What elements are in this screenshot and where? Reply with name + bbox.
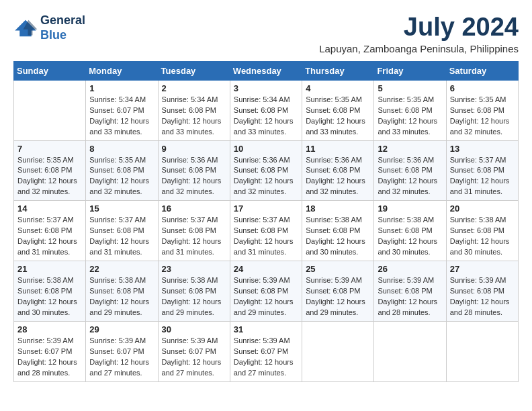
day-number: 15 <box>89 203 154 214</box>
day-number: 29 <box>89 324 154 334</box>
day-info: Sunrise: 5:36 AMSunset: 6:08 PMDaylight:… <box>306 155 370 198</box>
day-number: 7 <box>17 144 82 154</box>
calendar-week-5: 28Sunrise: 5:39 AMSunset: 6:07 PMDayligh… <box>14 321 519 381</box>
day-info: Sunrise: 5:38 AMSunset: 6:08 PMDaylight:… <box>17 275 82 318</box>
calendar-cell <box>374 321 446 381</box>
day-number: 1 <box>89 83 154 93</box>
calendar-cell: 10Sunrise: 5:36 AMSunset: 6:08 PMDayligh… <box>230 140 302 201</box>
header-day-wednesday: Wednesday <box>230 61 302 80</box>
calendar-cell: 20Sunrise: 5:38 AMSunset: 6:08 PMDayligh… <box>446 201 518 261</box>
calendar-cell: 17Sunrise: 5:37 AMSunset: 6:08 PMDayligh… <box>230 201 302 261</box>
calendar-cell: 22Sunrise: 5:38 AMSunset: 6:08 PMDayligh… <box>86 261 158 322</box>
day-info: Sunrise: 5:34 AMSunset: 6:07 PMDaylight:… <box>89 95 154 138</box>
calendar-cell: 25Sunrise: 5:39 AMSunset: 6:08 PMDayligh… <box>302 261 374 322</box>
day-info: Sunrise: 5:35 AMSunset: 6:08 PMDaylight:… <box>89 155 154 198</box>
calendar-cell: 16Sunrise: 5:37 AMSunset: 6:08 PMDayligh… <box>158 201 230 261</box>
day-info: Sunrise: 5:38 AMSunset: 6:08 PMDaylight:… <box>378 215 442 258</box>
calendar-cell: 15Sunrise: 5:37 AMSunset: 6:08 PMDayligh… <box>86 201 158 261</box>
calendar-cell: 19Sunrise: 5:38 AMSunset: 6:08 PMDayligh… <box>374 201 446 261</box>
day-number: 24 <box>234 264 298 274</box>
calendar-cell: 12Sunrise: 5:36 AMSunset: 6:08 PMDayligh… <box>374 140 446 201</box>
calendar-cell <box>14 80 86 140</box>
day-number: 2 <box>162 83 226 93</box>
day-number: 13 <box>450 144 515 154</box>
calendar-cell: 29Sunrise: 5:39 AMSunset: 6:07 PMDayligh… <box>86 321 158 381</box>
day-number: 10 <box>234 144 298 154</box>
calendar-cell: 6Sunrise: 5:35 AMSunset: 6:08 PMDaylight… <box>446 80 518 140</box>
calendar-cell: 21Sunrise: 5:38 AMSunset: 6:08 PMDayligh… <box>14 261 86 322</box>
day-info: Sunrise: 5:39 AMSunset: 6:07 PMDaylight:… <box>17 336 82 379</box>
day-info: Sunrise: 5:35 AMSunset: 6:08 PMDaylight:… <box>17 155 82 198</box>
calendar-cell: 13Sunrise: 5:37 AMSunset: 6:08 PMDayligh… <box>446 140 518 201</box>
calendar-cell: 24Sunrise: 5:39 AMSunset: 6:08 PMDayligh… <box>230 261 302 322</box>
day-info: Sunrise: 5:38 AMSunset: 6:08 PMDaylight:… <box>306 215 370 258</box>
day-number: 31 <box>234 324 298 334</box>
calendar-table: SundayMondayTuesdayWednesdayThursdayFrid… <box>13 61 519 382</box>
day-info: Sunrise: 5:38 AMSunset: 6:08 PMDaylight:… <box>162 275 226 318</box>
day-number: 17 <box>234 203 298 214</box>
calendar-cell <box>446 321 518 381</box>
calendar-cell: 31Sunrise: 5:39 AMSunset: 6:07 PMDayligh… <box>230 321 302 381</box>
calendar-cell: 7Sunrise: 5:35 AMSunset: 6:08 PMDaylight… <box>14 140 86 201</box>
calendar-cell: 9Sunrise: 5:36 AMSunset: 6:08 PMDaylight… <box>158 140 230 201</box>
logo-text: General Blue <box>40 13 85 42</box>
calendar-cell <box>302 321 374 381</box>
day-info: Sunrise: 5:36 AMSunset: 6:08 PMDaylight:… <box>378 155 442 198</box>
calendar-cell: 2Sunrise: 5:34 AMSunset: 6:08 PMDaylight… <box>158 80 230 140</box>
day-info: Sunrise: 5:39 AMSunset: 6:07 PMDaylight:… <box>234 336 298 379</box>
day-info: Sunrise: 5:39 AMSunset: 6:08 PMDaylight:… <box>450 275 515 318</box>
day-info: Sunrise: 5:34 AMSunset: 6:08 PMDaylight:… <box>234 95 298 138</box>
day-number: 5 <box>378 83 442 93</box>
day-number: 16 <box>162 203 226 214</box>
day-number: 18 <box>306 203 370 214</box>
calendar-cell: 4Sunrise: 5:35 AMSunset: 6:08 PMDaylight… <box>302 80 374 140</box>
day-info: Sunrise: 5:37 AMSunset: 6:08 PMDaylight:… <box>450 155 515 198</box>
day-info: Sunrise: 5:39 AMSunset: 6:07 PMDaylight:… <box>89 336 154 379</box>
day-number: 25 <box>306 264 370 274</box>
calendar-week-1: 1Sunrise: 5:34 AMSunset: 6:07 PMDaylight… <box>14 80 519 140</box>
month-year-title: July 2024 <box>319 13 519 42</box>
day-info: Sunrise: 5:35 AMSunset: 6:08 PMDaylight:… <box>378 95 442 138</box>
day-info: Sunrise: 5:39 AMSunset: 6:08 PMDaylight:… <box>378 275 442 318</box>
header-day-monday: Monday <box>86 61 158 80</box>
day-number: 6 <box>450 83 515 93</box>
day-number: 21 <box>17 264 82 274</box>
day-number: 22 <box>89 264 154 274</box>
header-day-sunday: Sunday <box>14 61 86 80</box>
day-number: 9 <box>162 144 226 154</box>
calendar-week-3: 14Sunrise: 5:37 AMSunset: 6:08 PMDayligh… <box>14 201 519 261</box>
calendar-week-4: 21Sunrise: 5:38 AMSunset: 6:08 PMDayligh… <box>14 261 519 322</box>
logo-general: General <box>40 13 85 27</box>
day-number: 28 <box>17 324 82 334</box>
day-number: 12 <box>378 144 442 154</box>
day-info: Sunrise: 5:37 AMSunset: 6:08 PMDaylight:… <box>234 215 298 258</box>
day-number: 26 <box>378 264 442 274</box>
calendar-cell: 23Sunrise: 5:38 AMSunset: 6:08 PMDayligh… <box>158 261 230 322</box>
logo-icon <box>13 19 38 38</box>
header-day-saturday: Saturday <box>446 61 518 80</box>
day-info: Sunrise: 5:36 AMSunset: 6:08 PMDaylight:… <box>162 155 226 198</box>
day-info: Sunrise: 5:34 AMSunset: 6:08 PMDaylight:… <box>162 95 226 138</box>
day-number: 3 <box>234 83 298 93</box>
day-info: Sunrise: 5:38 AMSunset: 6:08 PMDaylight:… <box>450 215 515 258</box>
day-info: Sunrise: 5:37 AMSunset: 6:08 PMDaylight:… <box>17 215 82 258</box>
calendar-cell: 1Sunrise: 5:34 AMSunset: 6:07 PMDaylight… <box>86 80 158 140</box>
calendar-cell: 18Sunrise: 5:38 AMSunset: 6:08 PMDayligh… <box>302 201 374 261</box>
logo-blue: Blue <box>40 28 66 42</box>
day-number: 27 <box>450 264 515 274</box>
day-number: 11 <box>306 144 370 154</box>
day-number: 14 <box>17 203 82 214</box>
calendar-cell: 28Sunrise: 5:39 AMSunset: 6:07 PMDayligh… <box>14 321 86 381</box>
calendar-cell: 14Sunrise: 5:37 AMSunset: 6:08 PMDayligh… <box>14 201 86 261</box>
day-info: Sunrise: 5:39 AMSunset: 6:08 PMDaylight:… <box>234 275 298 318</box>
day-number: 20 <box>450 203 515 214</box>
day-info: Sunrise: 5:39 AMSunset: 6:07 PMDaylight:… <box>162 336 226 379</box>
day-info: Sunrise: 5:39 AMSunset: 6:08 PMDaylight:… <box>306 275 370 318</box>
day-info: Sunrise: 5:35 AMSunset: 6:08 PMDaylight:… <box>306 95 370 138</box>
logo: General Blue <box>13 13 85 42</box>
calendar-cell: 27Sunrise: 5:39 AMSunset: 6:08 PMDayligh… <box>446 261 518 322</box>
calendar-cell: 11Sunrise: 5:36 AMSunset: 6:08 PMDayligh… <box>302 140 374 201</box>
calendar-week-2: 7Sunrise: 5:35 AMSunset: 6:08 PMDaylight… <box>14 140 519 201</box>
header-day-thursday: Thursday <box>302 61 374 80</box>
calendar-cell: 5Sunrise: 5:35 AMSunset: 6:08 PMDaylight… <box>374 80 446 140</box>
